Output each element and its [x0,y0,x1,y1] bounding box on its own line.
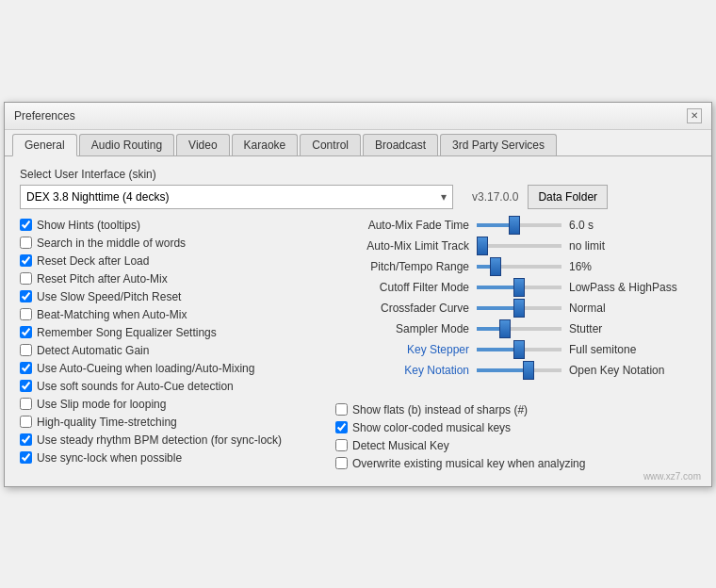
list-item: Reset Pitch after Auto-Mix [20,272,335,286]
slider-sampler-mode: Sampler Mode Stutter [335,322,696,335]
slider-track-cutoff-filter[interactable] [477,286,561,289]
show-color-checkbox[interactable] [335,421,348,433]
slider-label-key-notation: Key Notation [335,364,477,377]
search-middle-label: Search in the middle of words [37,237,186,250]
steady-rhythm-checkbox[interactable] [20,433,32,446]
title-bar: Preferences ✕ [5,103,711,130]
list-item: Detect Musical Key [335,439,696,452]
slider-thumb[interactable] [509,216,520,235]
overwrite-key-checkbox[interactable] [335,457,348,469]
tab-broadcast[interactable]: Broadcast [363,134,438,155]
remember-eq-label: Remember Song Equalizer Settings [37,326,217,339]
soft-sounds-checkbox[interactable] [20,380,32,392]
show-hints-checkbox[interactable] [20,219,32,231]
list-item: Use sync-lock when possible [20,451,335,465]
reset-pitch-label: Reset Pitch after Auto-Mix [37,272,168,286]
slow-speed-checkbox[interactable] [20,290,32,302]
slider-crossfader: Crossfader Curve Normal [335,302,696,315]
reset-deck-label: Reset Deck after Load [37,254,149,268]
slider-track-sampler-mode[interactable] [477,327,561,331]
slider-value-pitch-tempo: 16% [569,260,673,273]
slider-thumb[interactable] [490,257,501,276]
slider-label-crossfader: Crossfader Curve [335,302,477,315]
remember-eq-checkbox[interactable] [20,326,32,338]
list-item: Use Auto-Cueing when loading/Auto-Mixing [20,362,335,375]
tab-video[interactable]: Video [176,134,229,155]
slider-value-crossfader: Normal [569,302,673,315]
steady-rhythm-label: Use steady rhythm BPM detection (for syn… [37,433,282,447]
window-title: Preferences [14,109,75,122]
reset-deck-checkbox[interactable] [20,254,32,267]
slider-thumb[interactable] [499,319,511,338]
slider-thumb[interactable] [513,278,525,297]
slider-thumb[interactable] [477,237,488,255]
tab-general[interactable]: General [12,134,77,156]
skin-row: DEX 3.8 Nighttime (4 decks) ▾ v3.17.0.0 … [20,185,696,209]
reset-pitch-checkbox[interactable] [20,272,32,285]
slider-pitch-tempo: Pitch/Tempo Range 16% [335,260,696,273]
close-button[interactable]: ✕ [687,108,702,123]
skin-label: Select User Interface (skin) [20,168,696,181]
slip-mode-label: Use Slip mode for looping [37,398,166,411]
detect-gain-checkbox[interactable] [20,344,32,356]
slider-value-sampler-mode: Stutter [569,322,673,335]
list-item: High-quality Time-stretching [20,416,335,429]
slider-value-key-notation: Open Key Notation [569,364,673,377]
slider-key-notation: Key Notation Open Key Notation [335,364,696,377]
slider-track-key-stepper[interactable] [477,348,561,351]
list-item: Show flats (b) instead of sharps (#) [335,403,696,416]
beat-matching-label: Beat-Matching when Auto-Mix [37,308,187,321]
tab-control[interactable]: Control [300,134,361,155]
sync-lock-checkbox[interactable] [20,451,32,464]
slider-track-key-notation[interactable] [477,368,561,372]
slider-label-auto-mix-fade: Auto-Mix Fade Time [335,219,477,232]
show-hints-label: Show Hints (tooltips) [37,219,140,232]
detect-musical-checkbox[interactable] [335,439,348,451]
slider-thumb[interactable] [513,299,525,318]
slider-auto-mix-limit: Auto-Mix Limit Track no limit [335,239,696,253]
slider-value-key-stepper: Full semitone [569,343,673,356]
slider-track-crossfader[interactable] [477,306,561,310]
skin-section: Select User Interface (skin) DEX 3.8 Nig… [20,168,696,209]
slider-track-pitch-tempo[interactable] [477,265,561,269]
sync-lock-label: Use sync-lock when possible [37,451,182,465]
left-column: Show Hints (tooltips) Search in the midd… [20,219,335,475]
skin-dropdown[interactable]: DEX 3.8 Nighttime (4 decks) ▾ [20,185,453,209]
slip-mode-checkbox[interactable] [20,398,32,410]
soft-sounds-label: Use soft sounds for Auto-Cue detection [37,380,234,393]
slow-speed-label: Use Slow Speed/Pitch Reset [37,290,181,303]
list-item: Show Hints (tooltips) [20,219,335,232]
slider-thumb[interactable] [523,361,534,380]
slider-label-pitch-tempo: Pitch/Tempo Range [335,260,477,273]
bottom-section: Show flats (b) instead of sharps (#) Sho… [335,403,696,470]
list-item: Show color-coded musical keys [335,421,696,434]
high-quality-label: High-quality Time-stretching [37,416,177,429]
auto-cueing-checkbox[interactable] [20,362,32,374]
show-flats-checkbox[interactable] [335,403,348,416]
skin-current-value: DEX 3.8 Nighttime (4 decks) [26,190,169,204]
detect-gain-label: Detect Automatic Gain [37,344,149,357]
slider-label-key-stepper: Key Stepper [335,343,477,356]
right-column: Auto-Mix Fade Time 6.0 s Auto-Mix Limit … [335,219,696,475]
tab-3rd-party[interactable]: 3rd Party Services [440,134,557,155]
show-color-label: Show color-coded musical keys [352,421,511,434]
detect-musical-label: Detect Musical Key [352,439,449,452]
show-flats-label: Show flats (b) instead of sharps (#) [352,403,528,416]
slider-thumb[interactable] [513,340,525,359]
main-area: Show Hints (tooltips) Search in the midd… [20,219,696,475]
overwrite-key-label: Overwrite existing musical key when anal… [352,457,585,470]
dropdown-arrow-icon: ▾ [441,190,447,204]
data-folder-button[interactable]: Data Folder [528,185,608,209]
slider-track-auto-mix-fade[interactable] [477,223,561,227]
beat-matching-checkbox[interactable] [20,308,32,320]
tab-karaoke[interactable]: Karaoke [232,134,299,155]
search-middle-checkbox[interactable] [20,237,32,249]
slider-key-stepper: Key Stepper Full semitone [335,343,696,356]
high-quality-checkbox[interactable] [20,416,32,428]
list-item: Use Slip mode for looping [20,398,335,411]
list-item: Remember Song Equalizer Settings [20,326,335,339]
slider-track-auto-mix-limit[interactable] [477,244,561,248]
tab-audio-routing[interactable]: Audio Routing [79,134,174,155]
slider-auto-mix-fade: Auto-Mix Fade Time 6.0 s [335,219,696,232]
list-item: Overwrite existing musical key when anal… [335,457,696,470]
